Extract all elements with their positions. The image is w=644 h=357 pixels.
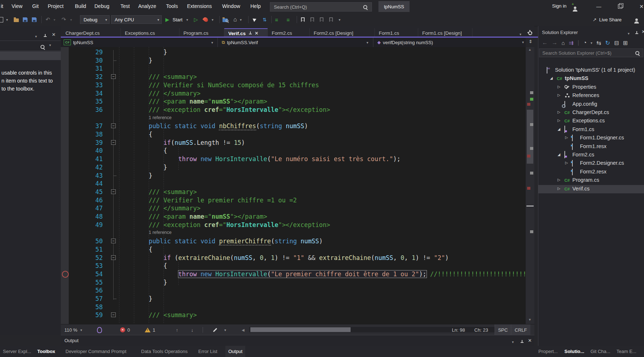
pin-icon[interactable] [635, 30, 639, 36]
menu-view[interactable]: View [12, 3, 22, 9]
code-line[interactable]: /// <exception cref="HorsIntervalle"></e… [119, 221, 330, 229]
code-line[interactable]: /// <param name="numSS"></param> [119, 213, 267, 220]
clear-bookmarks-icon[interactable] [329, 13, 333, 26]
tree-collapsed-arrow[interactable]: ▷ [558, 93, 560, 97]
tree-item-exceptions-cs[interactable]: ▷C#Exceptions.cs [538, 117, 644, 125]
code-row[interactable]: 42 } [61, 163, 526, 172]
code-line[interactable]: } [119, 295, 152, 303]
next-bookmark-icon[interactable] [320, 13, 323, 26]
redo-icon[interactable]: ↷ [62, 13, 66, 26]
code-row[interactable]: 39− if(numSS.Length != 15) [61, 139, 526, 147]
codelens-references[interactable]: 1 reference [149, 114, 171, 121]
refresh-icon[interactable]: ↻ [605, 39, 610, 46]
menu-extensions[interactable]: Extensions [187, 3, 212, 9]
tree-item-form2-resx[interactable]: Form2.resx [538, 168, 644, 176]
restore-button[interactable] [612, 0, 628, 13]
hot-reload-dropdown[interactable]: ▾ [212, 13, 213, 26]
code-row[interactable]: 54 throw new HorsIntervalle("Le premier … [61, 270, 526, 278]
back-icon[interactable]: ← [542, 39, 548, 46]
code-row[interactable]: 43 } [61, 172, 526, 180]
codelens-references[interactable]: 1 reference [149, 229, 171, 236]
tree-collapsed-arrow[interactable]: ▷ [558, 186, 560, 190]
tree-expanded-arrow[interactable]: ◢ [550, 76, 553, 80]
indent-out-icon[interactable]: ≡ [287, 13, 290, 26]
redo-dropdown[interactable]: ▾ [70, 13, 72, 26]
start-dropdown[interactable]: ▾ [186, 13, 188, 26]
codelens-row[interactable]: 1 reference [61, 114, 526, 122]
close-icon[interactable]: ✕ [255, 31, 258, 36]
share-person-icon[interactable] [635, 13, 638, 26]
sign-in-button[interactable]: Sign in [552, 3, 567, 9]
document-health-icon[interactable] [97, 324, 102, 335]
code-row[interactable]: 35 /// <param name="numSS"></param> [61, 97, 526, 106]
start-icon[interactable]: ▶ [165, 13, 169, 26]
filter-dropdown[interactable]: ▾ [590, 41, 592, 45]
pin-icon[interactable] [249, 32, 252, 35]
zoom-dropdown[interactable]: 110 % ▾ [64, 324, 82, 335]
home-icon[interactable]: ⌂ [562, 40, 565, 46]
code-row[interactable]: 53 { [61, 262, 526, 270]
code-editor[interactable]: 29 }30 }3132− /// <summary>33 /// Verifi… [61, 47, 526, 324]
code-row[interactable]: 40 { [61, 147, 526, 155]
bottom-tab-output[interactable]: Output [225, 346, 245, 357]
undo-icon[interactable]: ↶ [46, 13, 50, 26]
close-button[interactable]: ✕ [634, 0, 644, 13]
collapse-region-button[interactable]: − [111, 239, 116, 243]
sync-with-active-document-icon[interactable]: ⇉ [569, 39, 573, 46]
collapse-region-button[interactable]: − [111, 123, 116, 128]
tree-item-solution-tpnumss-1-of-1-project-[interactable]: Solution 'tpNumSS' (1 of 1 project) [538, 66, 644, 75]
close-icon[interactable]: ✕ [52, 32, 56, 37]
pen-icon[interactable] [213, 324, 217, 335]
menu-project[interactable]: Project [48, 3, 64, 9]
undo-dropdown[interactable]: ▾ [54, 13, 55, 26]
new-item-dropdown[interactable]: ▾ [6, 13, 8, 26]
toolbox-search-row[interactable]: ▾ [0, 41, 61, 51]
bookmark-dropdown[interactable]: ▾ [339, 13, 340, 26]
solution-explorer-search-input[interactable]: Search Solution Explorer (Ctrl+$) [539, 49, 643, 57]
code-row[interactable]: 38 { [61, 130, 526, 139]
code-line[interactable]: /// <summary> [119, 188, 197, 196]
collapse-region-button[interactable]: − [111, 74, 116, 79]
solution-platform-dropdown[interactable]: Any CPU▾ [111, 15, 162, 24]
code-row[interactable]: 47 /// </summary> [61, 204, 526, 213]
spaces-indicator[interactable]: SPC [495, 324, 511, 335]
bottom-tab-propert-[interactable]: Propert... [538, 346, 558, 357]
bottom-tab-server-expl-[interactable]: Server Expl... [3, 346, 31, 357]
project-dropdown[interactable]: C# tpNumSS ▾ [61, 38, 218, 47]
bottom-tab-solutio-[interactable]: Solutio... [564, 346, 584, 357]
code-line[interactable]: if (extraireChaine(numSS, 0, 1) != "1" &… [119, 254, 449, 262]
tree-item-form1-resx[interactable]: Form1.resx [538, 143, 644, 151]
code-row[interactable]: 33 /// Verifier si NumSecu composé de 15… [61, 81, 526, 89]
code-line[interactable]: /// <summary> [119, 73, 197, 81]
code-row[interactable]: 57 } [61, 295, 526, 303]
tree-item-form2-designer-cs[interactable]: ▷Form2.Designer.cs [538, 159, 644, 168]
navigate-cursor-icon[interactable] [253, 13, 257, 26]
collapse-region-button[interactable]: − [111, 140, 116, 145]
code-line[interactable]: } [119, 172, 152, 180]
pin-icon[interactable] [43, 33, 47, 39]
tree-item-program-cs[interactable]: ▷C#Program.cs [538, 176, 644, 185]
bottom-tab-git-cha-[interactable]: Git Cha... [590, 346, 610, 357]
editor-vertical-scrollbar[interactable]: ▲ ▼ [526, 47, 534, 324]
tree-collapsed-arrow[interactable]: ▷ [558, 85, 560, 89]
code-row[interactable]: 48 /// <param name="numSS"></param> [61, 213, 526, 221]
pen-dropdown[interactable]: ▾ [224, 324, 226, 335]
code-row[interactable]: 34 /// </summary> [61, 89, 526, 98]
code-row[interactable]: 32− /// <summary> [61, 73, 526, 81]
warning-count[interactable]: 1 [145, 324, 155, 335]
code-line[interactable]: throw new HorsIntervalle("Le premier chi… [119, 270, 526, 278]
save-all-icon[interactable] [32, 13, 37, 26]
scroll-down-arrow[interactable]: ▼ [528, 318, 531, 322]
home-window-icon[interactable]: ⌂ [233, 13, 237, 26]
tree-item-references[interactable]: ▷References [538, 92, 644, 100]
code-line[interactable]: /// </summary> [119, 89, 200, 97]
tree-item-app-config[interactable]: App.config [538, 100, 644, 109]
menu-build[interactable]: Build [75, 3, 86, 9]
code-line[interactable]: { [119, 130, 152, 138]
open-folder-icon[interactable] [14, 13, 19, 26]
tree-item-properties[interactable]: ▷Properties [538, 83, 644, 92]
code-row[interactable]: 44 [61, 180, 526, 188]
menu-test[interactable]: Test [120, 3, 130, 9]
toolbox-dropdown[interactable]: ▾ [35, 33, 37, 39]
code-row[interactable]: 50− public static void premierChiffre(st… [61, 237, 526, 245]
